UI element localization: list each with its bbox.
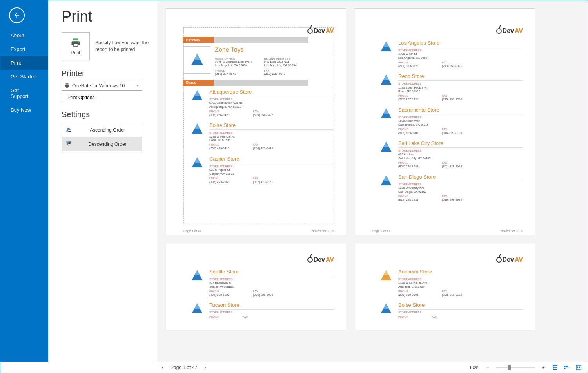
- store-address-label: STORE ADDRESS: [398, 49, 523, 52]
- nav-print[interactable]: Print: [0, 56, 48, 70]
- store-name: Boise Store: [209, 122, 334, 130]
- printer-dropdown[interactable]: OneNote for Windows 10: [62, 81, 142, 91]
- prev-page-button[interactable]: [159, 364, 166, 371]
- store-addr2: Seattle, WA 98102: [209, 285, 334, 289]
- phone-label: PHONE: [209, 176, 229, 180]
- phone-label: PHONE: [398, 161, 418, 165]
- preview-page-3[interactable]: DevAV Seattle StoreSTORE ADDRESS417 Broa…: [166, 244, 346, 330]
- zoom-in-button[interactable]: +: [540, 364, 547, 371]
- store-row: Los Angeles StoreSTORE ADDRESS1700 W 6th…: [372, 37, 523, 70]
- fax-label: FAX: [442, 61, 462, 64]
- store-address-label: STORE ADDRESS: [398, 311, 523, 314]
- company-phone: (310) 237-5642: [215, 72, 252, 76]
- home-office-label: HOME OFFICE: [215, 57, 252, 60]
- view-fit-button[interactable]: [575, 364, 582, 371]
- svg-marker-26: [194, 270, 200, 275]
- store-fax: (307) 473-2161: [253, 180, 273, 184]
- store-row: Anaheim StoreSTORE ADDRESS1720 W La Palm…: [372, 266, 523, 299]
- print-description: Specify how you want the report to be pr…: [95, 40, 150, 53]
- page-footer-right: November 30, 2: [501, 229, 523, 233]
- store-logo: [183, 269, 204, 297]
- store-row: Reno StoreSTORE ADDRESS1195 South Rock B…: [372, 70, 523, 103]
- page-footer-left: Page 1 of 47: [183, 229, 201, 233]
- store-address-label: STORE ADDRESS: [209, 98, 334, 101]
- store-fax: (206) 328-6920: [253, 293, 273, 297]
- fax-label: FAX: [253, 176, 273, 180]
- store-fax: (619) 298-2932: [442, 198, 462, 202]
- store-phone: (916) 923-9107: [398, 131, 418, 135]
- store-addr2: Salt Lake City, UT 84103: [398, 156, 523, 160]
- store-addr1: 1720 W La Palma Ave: [398, 281, 523, 285]
- fax-label: FAX: [253, 143, 273, 147]
- sort-asc-icon: [65, 126, 72, 134]
- sort-desc-label: Descending Order: [76, 141, 139, 147]
- company-name: Zone Toys: [215, 46, 334, 53]
- store-logo: [372, 269, 393, 297]
- home-office-addr2: Los Angeles, CA 90034: [215, 63, 252, 67]
- devav-logo: DevAV: [307, 256, 334, 263]
- pages-container[interactable]: DevAV Directory Zone Toys: [157, 0, 588, 362]
- store-name: Anaheim Store: [398, 269, 523, 276]
- svg-marker-10: [194, 90, 200, 96]
- nav-buy-now[interactable]: Buy Now: [0, 103, 48, 117]
- store-address-label: STORE ADDRESS: [398, 183, 523, 186]
- devav-logo: DevAV: [307, 27, 334, 34]
- store-logo: [372, 40, 393, 68]
- backstage-sidebar: About Export Print Get Started Get Suppo…: [0, 0, 48, 362]
- store-fax: (916) 923-9108: [442, 131, 462, 135]
- store-fax: (775) 857-2226: [442, 98, 462, 101]
- store-phone: (208) 319-0191: [398, 293, 418, 297]
- svg-rect-5: [68, 143, 70, 144]
- back-button[interactable]: [9, 7, 25, 23]
- status-bar: Page 1 of 47 60% − +: [153, 362, 588, 373]
- store-addr2: Sacramento, CA 95815: [398, 123, 523, 127]
- sort-asc-label: Ascending Order: [76, 127, 139, 133]
- preview-page-4[interactable]: DevAV Anaheim StoreSTORE ADDRESS1720 W L…: [355, 244, 535, 330]
- store-phone: (775) 857-2225: [398, 98, 418, 101]
- devav-logo: DevAV: [496, 256, 523, 263]
- printer-small-icon: [64, 83, 70, 89]
- fax-label: FAX: [264, 69, 297, 72]
- printer-icon: [69, 38, 82, 49]
- phone-label: PHONE: [398, 290, 418, 293]
- svg-rect-2: [68, 129, 70, 130]
- svg-marker-20: [383, 108, 389, 114]
- view-whole-page-button[interactable]: [552, 364, 559, 371]
- zoom-slider[interactable]: [496, 367, 535, 368]
- nav-get-support[interactable]: Get Support: [0, 83, 48, 103]
- print-button[interactable]: Print: [62, 32, 90, 60]
- nav-get-started[interactable]: Get Started: [0, 70, 48, 83]
- store-logo: [372, 302, 393, 319]
- store-logo: [372, 73, 393, 101]
- next-page-button[interactable]: [202, 364, 209, 371]
- svg-marker-22: [383, 142, 389, 147]
- sort-descending-option[interactable]: Descending Order: [62, 137, 142, 151]
- store-fax: (505) 256-9422: [253, 113, 273, 117]
- preview-page-1[interactable]: DevAV Directory Zone Toys: [166, 8, 346, 235]
- store-addr1: 938 S Poplar St: [209, 168, 334, 172]
- store-row: Boise StoreSTORE ADDRESS5230 W Franklin …: [183, 119, 334, 152]
- store-address-label: STORE ADDRESS: [209, 131, 334, 134]
- billing-addr2: Los Angeles, CA 90034: [264, 63, 297, 67]
- phone-label: PHONE: [398, 194, 418, 198]
- printer-selected: OneNote for Windows 10: [72, 83, 125, 89]
- svg-marker-16: [383, 41, 389, 47]
- fax-label: FAX: [442, 94, 462, 98]
- store-phone: (801) 328-1683: [398, 165, 418, 168]
- sort-ascending-option[interactable]: Ascending Order: [62, 123, 142, 137]
- store-fax: (213) 353-0921: [442, 64, 462, 68]
- svg-marker-30: [383, 270, 389, 275]
- print-options-button[interactable]: Print Options: [62, 93, 100, 102]
- view-multi-page-button[interactable]: [563, 364, 570, 371]
- phone-label: PHONE: [209, 143, 229, 147]
- store-name: Boise Store: [398, 302, 523, 310]
- nav-export[interactable]: Export: [0, 42, 48, 56]
- preview-page-2[interactable]: DevAV Los Angeles StoreSTORE ADDRESS1700…: [355, 8, 535, 235]
- devav-logo: DevAV: [496, 27, 523, 34]
- store-addr2: Casper, WY 82601: [209, 172, 334, 176]
- store-addr1: 8701 Constitution Ave Ne: [209, 101, 334, 105]
- fax-label: FAX: [442, 161, 462, 165]
- nav-about[interactable]: About: [0, 29, 48, 42]
- print-preview-area: DevAV Directory Zone Toys: [157, 0, 588, 362]
- zoom-out-button[interactable]: −: [484, 364, 491, 371]
